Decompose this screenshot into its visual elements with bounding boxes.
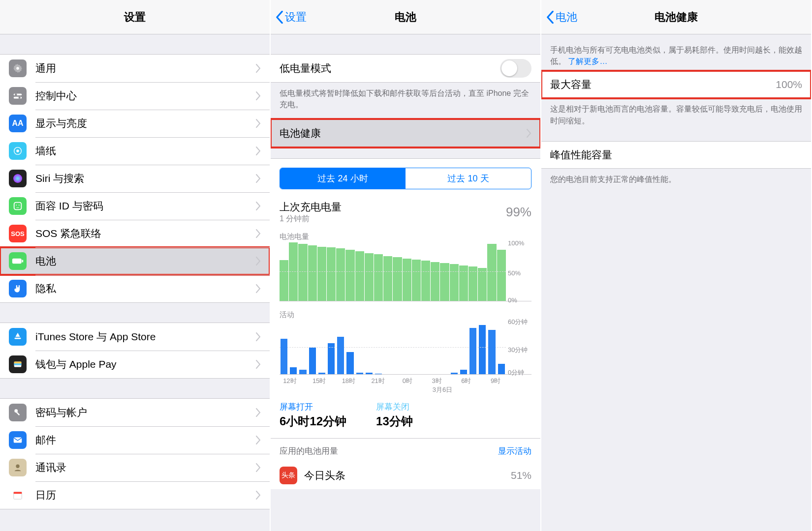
screen-on-label: 屏幕打开 [280,401,346,413]
nav-title: 电池健康 [655,10,698,25]
contacts-icon [9,459,27,476]
bar [356,373,363,375]
bar [290,367,297,375]
svg-point-6 [16,149,19,152]
settings-row-battery[interactable]: 电池 [0,247,270,275]
bar [355,251,364,301]
bar [280,260,288,301]
bar [393,257,402,301]
nav-bar: 电池 电池健康 [541,0,811,34]
bar [374,254,383,301]
row-label: 控制中心 [35,89,77,103]
settings-row-cal[interactable]: 日历 [0,481,270,509]
chevron-right-icon [256,202,261,210]
chevron-right-icon [256,408,261,417]
svg-rect-15 [14,362,22,364]
activity-chart: 60分钟 30分钟 0分钟 [280,321,531,375]
peak-capacity-row[interactable]: 峰值性能容量 [541,141,811,169]
last-charge-label: 上次充电电量 [280,200,342,214]
row-label: 日历 [35,488,56,502]
row-label: SOS 紧急联络 [35,227,101,240]
settings-row-wallet[interactable]: 钱包与 Apple Pay [0,351,270,378]
settings-row-mail[interactable]: 邮件 [0,426,270,454]
settings-row-contacts[interactable]: 通讯录 [0,454,270,481]
control-icon [9,87,27,105]
svg-point-4 [18,96,20,98]
battery-health-row[interactable]: 电池健康 [271,119,540,147]
cal-icon [9,486,27,504]
svg-point-10 [19,205,20,206]
low-power-row[interactable]: 低电量模式 [271,55,540,82]
back-button[interactable]: 设置 [276,10,307,25]
row-label: Siri 与搜索 [35,172,84,185]
bar [328,343,335,375]
chevron-right-icon [527,129,531,138]
bar [337,337,344,374]
time-segment[interactable]: 过去 24 小时 过去 10 天 [280,168,531,189]
settings-row-sos[interactable]: SOSSOS 紧急联络 [0,220,270,247]
low-power-note: 低电量模式将暂时降低如下载和邮件获取等后台活动，直至 iPhone 完全充电。 [271,83,540,110]
chevron-right-icon [256,119,261,128]
svg-rect-22 [14,492,22,494]
settings-row-hand[interactable]: 隐私 [0,275,270,302]
settings-row-siri[interactable]: Siri 与搜索 [0,165,270,192]
battery-content: 低电量模式 低电量模式将暂时降低如下载和邮件获取等后台活动，直至 iPhone … [271,34,540,531]
settings-panel: 设置 通用控制中心AA显示与亮度墙纸Siri 与搜索面容 ID 与密码SOSSO… [0,0,271,531]
svg-point-7 [13,174,22,183]
bar [346,352,353,374]
screen-off-label: 屏幕关闭 [376,401,413,413]
nav-bar: 设置 电池 [271,0,540,34]
settings-row-key[interactable]: 密码与帐户 [0,399,270,426]
bar [327,247,336,301]
settings-row-astore[interactable]: iTunes Store 与 App Store [0,323,270,351]
wall-icon [9,142,27,160]
chevron-right-icon [256,257,261,266]
seg-24h[interactable]: 过去 24 小时 [280,168,406,189]
svg-rect-18 [16,412,20,415]
settings-row-aa[interactable]: AA显示与亮度 [0,110,270,137]
bar [498,364,505,375]
row-label: 通用 [35,61,56,75]
back-label: 电池 [556,10,577,25]
bar [440,263,449,301]
app-name: 今日头条 [304,469,345,482]
row-label: 显示与亮度 [35,117,87,130]
bar [299,370,306,374]
bar [298,244,307,301]
settings-row-control[interactable]: 控制中心 [0,82,270,110]
screen-off-value: 13分钟 [376,413,413,429]
last-charge: 上次充电电量 1 分钟前 99% [271,198,540,229]
low-power-toggle[interactable] [500,59,531,78]
max-capacity-row[interactable]: 最大容量 100% [541,71,811,98]
bar [403,259,411,301]
chevron-right-icon [256,229,261,238]
svg-rect-11 [12,259,22,264]
app-row[interactable]: 头条 今日头条 51% [271,462,540,489]
apps-header: 应用的电池用量 显示活动 [271,438,540,462]
bar [450,264,459,301]
learn-more-link[interactable]: 了解更多… [568,57,607,65]
settings-row-gear[interactable]: 通用 [0,55,270,82]
battery-health-label: 电池健康 [280,126,321,140]
bar [460,370,467,374]
show-activity-link[interactable]: 显示活动 [498,445,531,457]
nav-title: 设置 [124,10,146,25]
back-button[interactable]: 电池 [546,10,577,25]
bar [421,261,430,301]
svg-rect-8 [14,203,22,210]
row-label: 隐私 [35,282,56,295]
peak-capacity-note: 您的电池目前支持正常的峰值性能。 [541,169,811,185]
max-capacity-label: 最大容量 [550,78,592,91]
chevron-left-icon [546,11,554,24]
intro-text: 手机电池与所有可充电电池类似，属于易耗部件。使用时间越长，能效越低。 了解更多… [541,34,811,71]
settings-row-wall[interactable]: 墙纸 [0,137,270,165]
seg-10d[interactable]: 过去 10 天 [406,168,531,189]
last-charge-sub: 1 分钟前 [280,214,342,224]
battery-level-chart: 100% 50% 0% [280,242,531,301]
chevron-right-icon [256,147,261,155]
svg-rect-12 [22,260,24,262]
settings-row-face[interactable]: 面容 ID 与密码 [0,192,270,220]
svg-point-9 [16,205,17,206]
row-label: 钱包与 Apple Pay [35,357,117,371]
row-label: 密码与帐户 [35,406,87,419]
